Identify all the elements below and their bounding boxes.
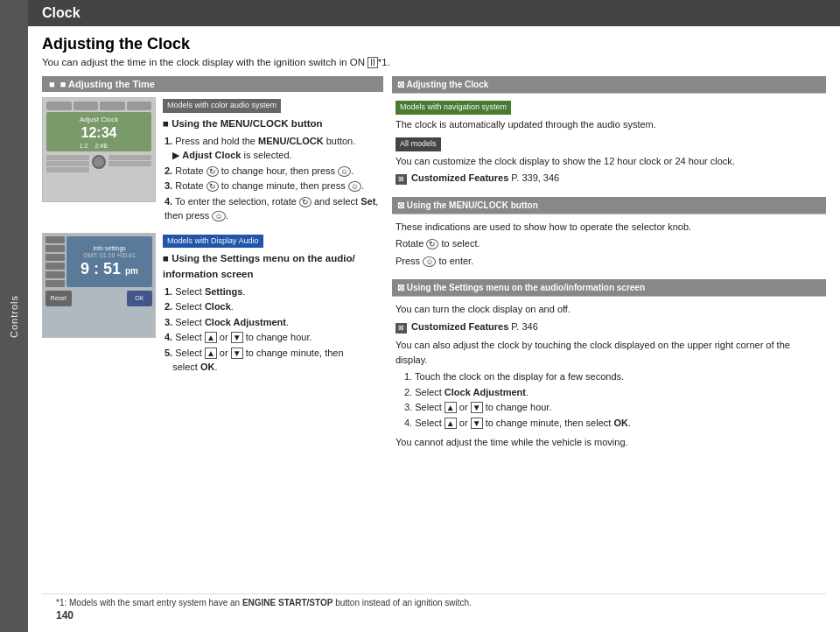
right-settings-menu: ⊠ Using the Settings menu on the audio/i… — [392, 279, 826, 454]
radio-image: Adjust Clock 12:34 1:22:4B — [42, 97, 156, 202]
rotate-text: Rotate ↻ to select. — [396, 236, 822, 251]
right-body-3: You can turn the clock display on and of… — [392, 300, 826, 454]
touch-step-2: 2. Select Clock Adjustment. — [404, 385, 822, 400]
nav-system-badge: Models with navigation system — [396, 101, 511, 115]
touch-steps: 1. Touch the clock on the display for a … — [404, 369, 822, 430]
right-column: ⊠ Adjusting the Clock Models with naviga… — [392, 76, 826, 590]
right-header-1: ⊠ Adjusting the Clock — [392, 76, 826, 94]
right-menu-clock: ⊠ Using the MENU/CLOCK button These indi… — [392, 197, 826, 273]
left-column: ■ ■ Adjusting the Time — [42, 76, 383, 590]
color-audio-instructions: Models with color audio system ■ Using t… — [163, 97, 383, 224]
page-title: Adjusting the Clock — [42, 35, 826, 53]
display-audio-title: ■ Using the Settings menu on the audio/i… — [163, 251, 383, 282]
right-header-3: ⊠ Using the Settings menu on the audio/i… — [392, 279, 826, 297]
settings-desc-1: You can turn the clock display on and of… — [396, 302, 822, 317]
page-header: Clock — [28, 0, 840, 26]
sidebar-label: Controls — [9, 295, 19, 338]
intro-text: You can adjust the time in the clock dis… — [42, 57, 826, 67]
display-audio-badge: Models with Display Audio — [163, 235, 263, 249]
page-number: 140 — [56, 609, 812, 621]
right-body-2: These indications are used to show how t… — [392, 218, 826, 273]
footer: *1: Models with the smart entry system h… — [42, 593, 826, 625]
all-models-badge: All models — [396, 137, 441, 151]
sidebar: Controls — [0, 0, 28, 632]
settings-desc-2: You can also adjust the clock by touchin… — [396, 338, 822, 367]
color-audio-badge: Models with color audio system — [163, 99, 281, 113]
menu-clock-desc: These indications are used to show how t… — [396, 220, 822, 235]
all-models-text: You can customize the clock display to s… — [396, 154, 822, 169]
nav-system-text: The clock is automatically updated throu… — [396, 117, 822, 132]
color-audio-title: ■ Using the MENU/CLOCK button — [163, 116, 383, 131]
press-text: Press ☺ to enter. — [396, 254, 822, 269]
footnote: *1: Models with the smart entry system h… — [56, 598, 812, 607]
header-title: Clock — [42, 5, 80, 20]
two-column-layout: ■ ■ Adjusting the Time — [42, 76, 826, 590]
color-audio-block: Adjust Clock 12:34 1:22:4B — [42, 97, 383, 224]
customized-features-ref-2: ⊠ Customized Features P. 346 — [396, 320, 822, 334]
display-audio-instructions: Models with Display Audio ■ Using the Se… — [163, 233, 383, 376]
nav-image: Info settings GMT: 01:10 +00:41 9 : 51 p… — [42, 233, 156, 338]
touch-step-3: 3. Select ▲ or ▼ to change hour. — [404, 400, 822, 415]
display-audio-block: Info settings GMT: 01:10 +00:41 9 : 51 p… — [42, 233, 383, 376]
main-content: Clock Adjusting the Clock You can adjust… — [28, 0, 840, 632]
customized-features-ref-1: ⊠ Customized Features P. 339, 346 — [396, 171, 822, 186]
right-header-2: ⊠ Using the MENU/CLOCK button — [392, 197, 826, 214]
adjusting-time-header: ■ ■ Adjusting the Time — [42, 76, 383, 92]
touch-step-4: 4. Select ▲ or ▼ to change minute, then … — [404, 416, 822, 431]
cannot-adjust-text: You cannot adjust the time while the veh… — [396, 435, 822, 450]
right-body-1: Models with navigation system The clock … — [392, 97, 826, 190]
content-area: Adjusting the Clock You can adjust the t… — [28, 35, 840, 632]
right-adjusting-clock: ⊠ Adjusting the Clock Models with naviga… — [392, 76, 826, 190]
touch-step-1: 1. Touch the clock on the display for a … — [404, 369, 822, 384]
